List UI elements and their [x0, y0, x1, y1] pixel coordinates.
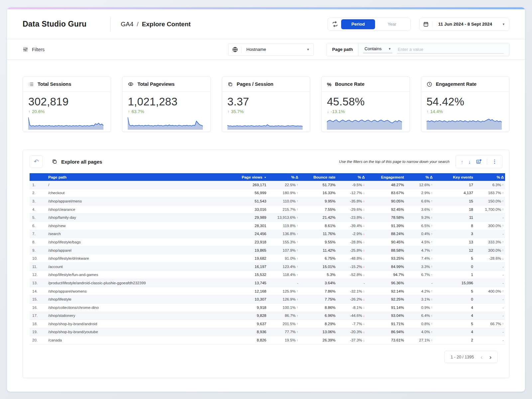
column-header[interactable]: % Δ: [405, 175, 434, 179]
hostname-select[interactable]: Hostname ▼: [228, 43, 314, 56]
kpi-value: 302,819: [28, 95, 105, 108]
arrow-up-icon: ↑: [431, 240, 433, 244]
table-title: Explore all pages: [61, 159, 102, 165]
page-path-cell: /shop/lifestyle: [47, 297, 234, 301]
breadcrumb: GA4 / Explore Content: [121, 21, 191, 28]
page-views-cell: 8,936: [234, 330, 268, 334]
table-row: 8./shop/lifestyle/bags23,918155.3%↑9.55%…: [30, 238, 505, 246]
filters-control[interactable]: Filters: [23, 47, 45, 52]
column-header[interactable]: % Δ: [337, 175, 366, 179]
undo-icon: ↶: [34, 158, 39, 165]
table-header-row: Page pathPage views▼% ΔBounce rate% ΔEng…: [30, 173, 505, 181]
arrow-down-icon: ↓: [363, 322, 365, 326]
column-header[interactable]: % Δ: [268, 175, 300, 179]
table-row: 3./shop/apparel/mens51,543110.0%↑9.95%-3…: [30, 197, 505, 205]
delta-cell: 155.3%↑: [268, 240, 300, 244]
table-row: 12./shop/lifestyle/fun-and-games15,53211…: [30, 271, 505, 279]
sort-ascending-icon[interactable]: ↑: [461, 159, 464, 165]
page-views-cell: 16,197: [234, 265, 268, 269]
next-page-icon[interactable]: ›: [489, 354, 491, 360]
operator-value: Contains: [364, 46, 381, 51]
delta-cell: 91.0%↑: [268, 256, 300, 260]
arrow-up-icon: ↑: [502, 240, 504, 244]
toggle-year-button[interactable]: Year: [375, 19, 409, 29]
refresh-icon[interactable]: [329, 21, 341, 27]
delta-cell: 2.9%↑: [405, 191, 434, 195]
delta-cell: -: [268, 281, 300, 285]
bounce-rate-cell: 11.76%: [300, 232, 337, 236]
undo-button[interactable]: ↶: [30, 155, 43, 168]
bounce-rate-cell: 21.42%: [300, 215, 337, 219]
arrow-down-icon: ↓: [363, 257, 365, 260]
table-row: 16./shop/collections/chrome-dino9,918100…: [30, 304, 505, 312]
row-number: 2.: [30, 191, 47, 195]
column-header[interactable]: Page path: [47, 175, 234, 179]
table-row: 18./shop/shop-by-brand/android9,637201.5…: [30, 320, 505, 328]
breadcrumb-separator: /: [137, 21, 138, 28]
arrow-up-icon: ↑: [297, 224, 298, 227]
arrow-up-icon: ↑: [502, 207, 504, 211]
key-events-cell: 5: [434, 256, 474, 260]
kpi-title: Bounce Rate: [335, 81, 365, 87]
chevron-down-icon: ▼: [502, 23, 509, 26]
arrow-up-icon: ↑: [227, 109, 229, 114]
delta-cell: -7.7%↓: [337, 322, 366, 326]
row-number: 13.: [30, 281, 47, 285]
table-row: 7./search24,456136.8%↑11.76%-2.9%↓88.24%…: [30, 230, 505, 238]
delta-cell: 300.0%↑: [474, 248, 505, 252]
engagement-cell: 94.7%: [366, 273, 405, 277]
filter-value-input[interactable]: [397, 46, 504, 54]
date-range-value: 11 Jun 2024 - 8 Sept 2024: [433, 22, 502, 27]
delta-cell: 201.5%↑: [268, 322, 300, 326]
table-row: 4./shop/clearance33,016215.7%↑7.55%-29.6…: [30, 205, 505, 214]
arrow-down-icon: ↓: [363, 306, 365, 309]
globe-icon: [228, 47, 242, 53]
key-events-cell: 15: [434, 199, 474, 203]
delta-cell: 107.9%↑: [268, 248, 300, 252]
bounce-rate-cell: 16.33%: [300, 191, 337, 195]
sort-descending-icon[interactable]: ↓: [468, 159, 471, 165]
page-views-cell: 51,543: [234, 199, 268, 203]
delta-cell: 3.3%↑: [405, 265, 434, 269]
column-header[interactable]: Key events: [434, 175, 474, 179]
column-header[interactable]: % Δ: [474, 175, 505, 179]
row-number: 8.: [30, 240, 47, 244]
delta-cell: 4.5%↑: [405, 240, 434, 244]
table-row: 15./shop/lifestyle10,307126.9%↑7.75%-26.…: [30, 295, 505, 304]
delta-cell: 100.1%↑: [268, 306, 300, 310]
page-path-cell: /shop/apparel: [47, 248, 234, 252]
delta-cell: -: [474, 281, 505, 285]
percent-icon: %: [327, 81, 331, 87]
table-row: 6./shop/new28,301119.8%↑8.61%-39.4%↓91.3…: [30, 222, 505, 230]
engagement-cell: 93.25%: [366, 256, 405, 260]
date-range-picker[interactable]: 11 Jun 2024 - 8 Sept 2024 ▼: [419, 18, 509, 31]
row-number: 16.: [30, 306, 47, 310]
delta-cell: 0.9%↑: [405, 306, 434, 310]
page-path-cell: /checkout: [47, 191, 234, 195]
row-number: 12.: [30, 273, 47, 277]
page-views-cell: 23,918: [234, 240, 268, 244]
delta-cell: 4.0%↑: [405, 330, 434, 334]
row-number: 17.: [30, 314, 47, 318]
arrow-down-icon: ↓: [363, 338, 365, 342]
table-row: 9./shop/apparel19,865107.9%↑11.42%-25.8%…: [30, 246, 505, 255]
chart-export-icon[interactable]: [476, 159, 482, 165]
bounce-rate-cell: 8.86%: [300, 306, 337, 310]
table-row: 1./269,17122.5%↑51.73%-9.5%↓48.27%12.6%↑…: [30, 181, 505, 189]
delta-cell: 6.5%↑: [405, 224, 434, 228]
delta-cell: -23.8%↓: [337, 215, 366, 219]
page-views-cell: 10,307: [234, 297, 268, 301]
column-header[interactable]: Page views▼: [234, 175, 268, 179]
delta-cell: 0.8%↑: [405, 322, 434, 326]
arrow-down-icon: ↓: [363, 183, 365, 187]
row-number: 11.: [30, 265, 47, 269]
page-views-cell: 13,745: [234, 281, 268, 285]
pagination: 1 - 20 / 1395 ‹ ›: [444, 351, 498, 363]
more-options-icon[interactable]: ⋮: [492, 159, 497, 165]
toggle-period-button[interactable]: Period: [341, 19, 375, 29]
arrow-up-icon: ↑: [297, 240, 298, 244]
column-header[interactable]: Engagement: [366, 175, 405, 179]
operator-select[interactable]: Contains ▼: [363, 46, 392, 53]
previous-page-icon[interactable]: ‹: [480, 354, 482, 360]
column-header[interactable]: Bounce rate: [300, 175, 337, 179]
